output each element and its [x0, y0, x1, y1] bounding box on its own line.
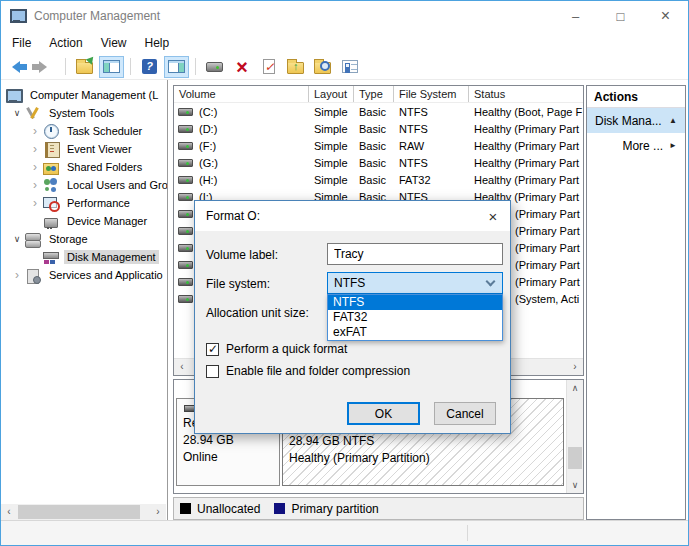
tree-expander-icon[interactable]	[9, 235, 25, 244]
file-system-caption: File system:	[206, 277, 270, 291]
tree-expander-icon[interactable]	[27, 143, 43, 155]
volume-icon	[178, 159, 193, 167]
scroll-left-icon[interactable]: ‹	[1, 504, 17, 520]
tree-item[interactable]: Local Users and Gro	[1, 176, 167, 194]
toolbar-button[interactable]	[137, 56, 162, 78]
scroll-right-icon[interactable]: ›	[567, 359, 583, 375]
volume-filesystem: RAW	[394, 140, 469, 152]
dialog-body: Volume label: File system: NTFS Allocati…	[195, 231, 510, 433]
column-header[interactable]: Volume	[174, 86, 309, 102]
tree-item-label: Local Users and Gro	[64, 178, 167, 192]
tree-item[interactable]: Event Viewer	[1, 140, 167, 158]
dropdown-option[interactable]: FAT32	[328, 310, 502, 325]
tree-expander-icon[interactable]	[27, 125, 43, 137]
tree-item-label: Storage	[46, 232, 91, 246]
tree-expander-icon[interactable]	[9, 109, 25, 118]
toolbar-button[interactable]	[99, 56, 124, 78]
menu-item[interactable]: View	[92, 32, 136, 54]
dialog-close-button[interactable]: ×	[476, 201, 510, 231]
menubar: FileActionViewHelp	[1, 31, 688, 54]
scrollbar-thumb[interactable]	[18, 505, 140, 519]
toolbar-button[interactable]	[283, 56, 308, 78]
toolbar-button[interactable]	[337, 56, 362, 78]
performance-icon	[43, 196, 59, 211]
file-system-value: NTFS	[334, 276, 365, 290]
menu-item[interactable]: Help	[136, 32, 179, 54]
system-tools-icon	[25, 106, 41, 121]
toolbar-button[interactable]	[256, 56, 281, 78]
volume-label-input[interactable]	[327, 243, 503, 265]
actions-item[interactable]: Disk Mana... ▲	[587, 108, 685, 133]
column-header[interactable]: Status	[469, 86, 583, 102]
volume-row[interactable]: (H:) Simple Basic FAT32 Healthy (Primary…	[174, 171, 583, 188]
window-controls: – □ ×	[553, 1, 688, 31]
toolbar-separator	[195, 58, 196, 75]
console-tree-pane: Computer Management (L System Tools Task…	[1, 80, 168, 520]
volume-icon	[178, 261, 193, 269]
tree-item[interactable]: Task Scheduler	[1, 122, 167, 140]
volume-row[interactable]: (C:) Simple Basic NTFS Healthy (Boot, Pa…	[174, 103, 583, 120]
tree-item-label: Shared Folders	[64, 160, 145, 174]
scroll-up-icon[interactable]: ∧	[567, 380, 583, 396]
tree-expander-icon[interactable]	[9, 269, 25, 281]
tree-item[interactable]: Device Manager	[1, 212, 167, 230]
volume-row[interactable]: (G:) Simple Basic NTFS Healthy (Primary …	[174, 154, 583, 171]
file-system-select[interactable]: NTFS	[327, 272, 503, 294]
dropdown-option[interactable]: NTFS	[328, 295, 502, 310]
column-header[interactable]: Layout	[309, 86, 354, 102]
volume-row[interactable]: (D:) Simple Basic NTFS Healthy (Primary …	[174, 120, 583, 137]
maximize-button[interactable]: □	[598, 1, 643, 31]
volume-label-caption: Volume label:	[206, 248, 278, 262]
legend-item: Unallocated	[180, 502, 260, 516]
scrollbar-thumb[interactable]	[568, 447, 582, 469]
toolbar-button[interactable]	[72, 56, 97, 78]
dropdown-option[interactable]: exFAT	[328, 325, 502, 340]
toolbar-button[interactable]	[229, 56, 254, 78]
toolbar-button[interactable]	[164, 56, 189, 78]
quick-format-checkbox[interactable]	[206, 343, 219, 356]
volume-status: Healthy (Primary Part	[469, 174, 583, 186]
toolbar-button[interactable]	[202, 56, 227, 78]
dialog-titlebar: Format O: ×	[195, 201, 510, 231]
tree-horizontal-scrollbar[interactable]: ‹ ›	[1, 504, 166, 520]
scroll-down-icon[interactable]: ∨	[567, 477, 583, 493]
event-viewer-icon	[43, 142, 59, 157]
volume-name: (H:)	[199, 174, 217, 186]
services-applications-icon	[25, 268, 41, 283]
column-header[interactable]: File System	[394, 86, 469, 102]
volume-row[interactable]: (F:) Simple Basic RAW Healthy (Primary P…	[174, 137, 583, 154]
scroll-right-icon[interactable]: ›	[150, 504, 166, 520]
tree-item[interactable]: Services and Applicatio	[1, 266, 167, 284]
close-button[interactable]: ×	[643, 1, 688, 31]
tree-item[interactable]: Performance	[1, 194, 167, 212]
column-header[interactable]: Type	[354, 86, 394, 102]
toolbar-button[interactable]	[310, 56, 335, 78]
scroll-left-icon[interactable]: ‹	[174, 359, 190, 375]
volume-layout: Simple	[309, 106, 354, 118]
compression-label: Enable file and folder compression	[226, 364, 410, 378]
tree-item[interactable]: Storage	[1, 230, 167, 248]
actions-item[interactable]: More ... ►	[587, 133, 685, 158]
menu-item[interactable]: File	[3, 32, 40, 54]
toolbar-button[interactable]	[34, 56, 59, 78]
tree-item[interactable]: Computer Management (L	[1, 86, 167, 104]
tree-expander-icon[interactable]	[27, 161, 43, 173]
volume-layout: Simple	[309, 123, 354, 135]
disk-vertical-scrollbar[interactable]: ∧ ∨	[566, 380, 583, 493]
legend-label: Primary partition	[291, 502, 378, 516]
ok-button[interactable]: OK	[347, 402, 420, 425]
actions-item-label: More ...	[595, 139, 669, 153]
tree-expander-icon[interactable]	[27, 179, 43, 191]
menu-item[interactable]: Action	[40, 32, 91, 54]
properties-check-icon	[263, 59, 275, 74]
toolbar-button[interactable]	[7, 56, 32, 78]
tree-item-label: System Tools	[46, 106, 117, 120]
compression-checkbox[interactable]	[206, 365, 219, 378]
tree-item[interactable]: System Tools	[1, 104, 167, 122]
legend-item: Primary partition	[274, 502, 378, 516]
tree-expander-icon[interactable]	[27, 197, 43, 209]
tree-item[interactable]: Disk Management	[1, 248, 167, 266]
cancel-button[interactable]: Cancel	[434, 402, 496, 425]
minimize-button[interactable]: –	[553, 1, 598, 31]
tree-item[interactable]: Shared Folders	[1, 158, 167, 176]
